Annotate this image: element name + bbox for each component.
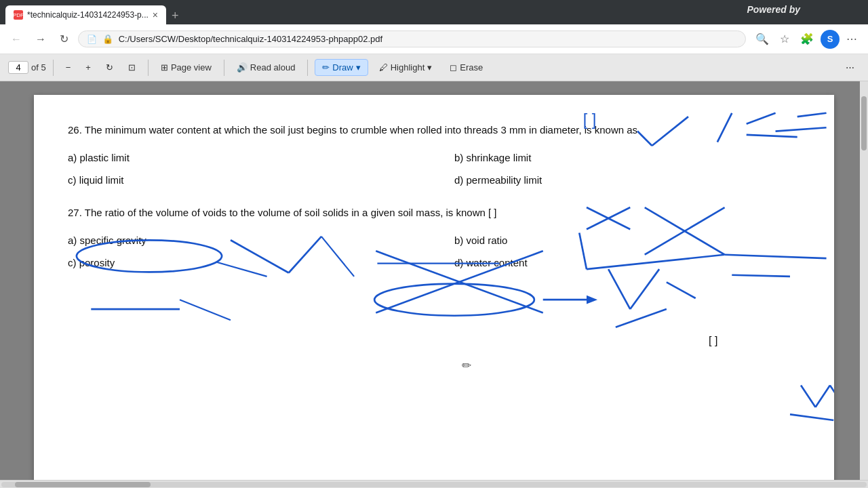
svg-line-25 bbox=[667, 282, 696, 298]
erase-icon: ◻ bbox=[450, 62, 457, 73]
address-text: 🔒 C:/Users/SCW/Desktop/technicalquiz-140… bbox=[102, 34, 737, 44]
h-scroll-track bbox=[1, 482, 867, 487]
toolbar-divider-1 bbox=[53, 60, 54, 76]
q26-option-b: b) shrinkage limit bbox=[454, 149, 800, 166]
zoom-out-button[interactable]: − bbox=[60, 60, 77, 75]
pdf-toolbar: of 5 − + ↻ ⊡ ⊞ Page view 🔊 Read aloud ✏ … bbox=[0, 54, 868, 81]
highlight-button[interactable]: 🖊 Highlight ▾ bbox=[372, 60, 439, 75]
extensions-button[interactable]: 🧩 bbox=[796, 30, 818, 49]
q26-option-d: d) permeability limit bbox=[454, 171, 800, 188]
draw-icon: ✏ bbox=[322, 62, 330, 73]
question-26-options: a) plastic limit b) shrinkage limit c) l… bbox=[68, 149, 800, 188]
h-scroll-thumb[interactable] bbox=[15, 482, 151, 487]
q27-option-d: d) water content bbox=[454, 254, 800, 271]
draw-dropdown-icon: ▾ bbox=[356, 62, 361, 73]
browser-tab[interactable]: PDF *technicalquiz-140314224953-p... × bbox=[5, 5, 166, 24]
more-pdf-options-button[interactable]: ⋯ bbox=[840, 60, 860, 75]
forward-icon: → bbox=[35, 33, 46, 45]
page-number-input[interactable] bbox=[8, 61, 28, 74]
svg-line-34 bbox=[830, 386, 834, 407]
read-aloud-button[interactable]: 🔊 Read aloud bbox=[231, 60, 301, 75]
page-view-button[interactable]: ⊞ Page view bbox=[155, 60, 217, 75]
q27-option-b: b) void ratio bbox=[454, 232, 800, 249]
svg-line-38 bbox=[180, 300, 231, 320]
q26-option-a: a) plastic limit bbox=[68, 149, 414, 166]
page-total: of 5 bbox=[31, 62, 46, 73]
more-options-button[interactable]: ⋯ bbox=[842, 30, 861, 49]
nav-toolbar: ← → ↻ 📄 🔒 C:/Users/SCW/Desktop/technical… bbox=[0, 24, 868, 54]
forward-button[interactable]: → bbox=[31, 30, 50, 48]
toolbar-actions: 🔍 ☆ 🧩 S ⋯ bbox=[751, 30, 861, 49]
svg-line-26 bbox=[732, 275, 790, 277]
pdf-content-area: [ ] bbox=[0, 81, 868, 480]
reset-zoom-button[interactable]: ↻ bbox=[100, 60, 119, 75]
back-icon: ← bbox=[11, 33, 22, 45]
bookmark-star-button[interactable]: ☆ bbox=[776, 30, 793, 49]
refresh-button[interactable]: ↻ bbox=[56, 30, 73, 48]
zoom-button[interactable]: 🔍 bbox=[751, 30, 773, 49]
address-bar[interactable]: 📄 🔒 C:/Users/SCW/Desktop/technicalquiz-1… bbox=[78, 30, 746, 47]
svg-line-32 bbox=[801, 386, 815, 407]
profile-avatar[interactable]: S bbox=[821, 30, 840, 49]
toolbar-divider-4 bbox=[307, 60, 308, 76]
q27-option-c: c) porosity bbox=[68, 254, 414, 271]
svg-text:[        ]: [ ] bbox=[709, 334, 717, 346]
toolbar-divider-2 bbox=[148, 60, 149, 76]
zoom-in-button[interactable]: + bbox=[80, 60, 96, 75]
q26-option-c: c) liquid limit bbox=[68, 171, 414, 188]
powered-by-text: Powered by bbox=[747, 4, 800, 15]
tab-close-button[interactable]: × bbox=[153, 9, 158, 20]
question-27-text: 27. The ratio of the volume of voids to … bbox=[68, 205, 800, 221]
read-aloud-icon: 🔊 bbox=[237, 62, 248, 73]
vertical-scrollbar[interactable] bbox=[860, 81, 868, 480]
q27-option-a: a) specific gravity bbox=[68, 232, 414, 249]
svg-line-5 bbox=[797, 113, 827, 117]
svg-line-27 bbox=[616, 309, 667, 327]
pdf-page: [ ] bbox=[34, 95, 834, 480]
highlight-dropdown-icon: ▾ bbox=[427, 62, 432, 73]
file-path: C:/Users/SCW/Desktop/technicalquiz-14031… bbox=[119, 34, 383, 44]
svg-line-35 bbox=[790, 414, 833, 420]
new-tab-button[interactable]: + bbox=[166, 7, 184, 24]
highlight-icon: 🖊 bbox=[379, 62, 388, 73]
svg-line-24 bbox=[630, 269, 659, 309]
reset-icon: ↻ bbox=[106, 62, 113, 73]
svg-line-23 bbox=[608, 269, 630, 309]
question-27-options: a) specific gravity b) void ratio c) por… bbox=[68, 232, 800, 271]
fit-page-button[interactable]: ⊡ bbox=[123, 60, 141, 75]
toolbar-divider-3 bbox=[224, 60, 224, 76]
refresh-icon: ↻ bbox=[60, 33, 68, 45]
draw-button[interactable]: ✏ Draw ▾ bbox=[315, 59, 368, 76]
tab-favicon: PDF bbox=[14, 10, 23, 20]
tab-title: *technicalquiz-140314224953-p... bbox=[27, 10, 149, 20]
horizontal-scrollbar[interactable] bbox=[0, 480, 868, 488]
back-button[interactable]: ← bbox=[7, 30, 26, 48]
question-26-text: 26. The minimum water content at which t… bbox=[68, 122, 800, 138]
svg-line-33 bbox=[816, 386, 830, 407]
page-view-icon: ⊞ bbox=[161, 62, 168, 73]
svg-point-13 bbox=[374, 284, 534, 316]
file-label: 🔒 bbox=[102, 34, 113, 44]
v-scroll-thumb[interactable] bbox=[861, 96, 867, 150]
page-info: of 5 bbox=[8, 61, 46, 74]
file-icon: 📄 bbox=[87, 35, 97, 44]
svg-marker-29 bbox=[587, 296, 597, 304]
erase-button[interactable]: ◻ Erase bbox=[443, 60, 490, 75]
svg-text:✏: ✏ bbox=[462, 359, 471, 372]
